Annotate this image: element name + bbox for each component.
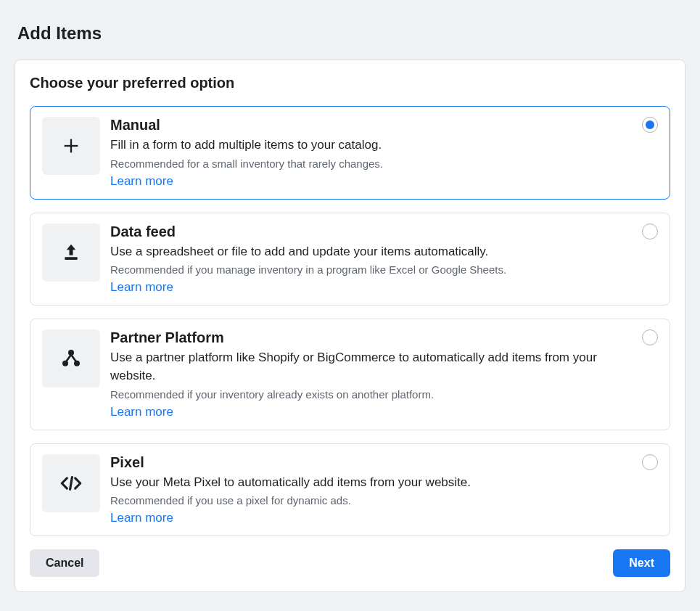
options-subtitle: Choose your preferred option [30, 75, 670, 91]
option-radio[interactable] [642, 117, 658, 133]
next-button[interactable]: Next [613, 549, 670, 577]
learn-more-link[interactable]: Learn more [110, 511, 173, 525]
plus-icon [42, 117, 100, 175]
option-description: Use a spreadsheet or file to add and upd… [110, 243, 629, 261]
option-recommendation: Recommended for a small inventory that r… [110, 157, 629, 170]
learn-more-link[interactable]: Learn more [110, 174, 173, 189]
option-partner-platform[interactable]: Partner Platform Use a partner platform … [30, 319, 670, 430]
svg-line-6 [70, 477, 73, 489]
learn-more-link[interactable]: Learn more [110, 280, 173, 295]
option-title: Data feed [110, 224, 629, 240]
option-pixel[interactable]: Pixel Use your Meta Pixel to automatical… [30, 443, 670, 537]
upload-icon [42, 224, 100, 282]
option-title: Pixel [110, 454, 629, 471]
cancel-button[interactable]: Cancel [30, 549, 99, 577]
svg-rect-2 [65, 257, 78, 260]
option-title: Manual [110, 117, 629, 134]
option-manual[interactable]: Manual Fill in a form to add multiple it… [30, 106, 670, 200]
options-card: Choose your preferred option Manual Fill… [15, 60, 685, 592]
network-icon [42, 329, 100, 387]
footer-actions: Cancel Next [30, 549, 670, 577]
option-content: Manual Fill in a form to add multiple it… [110, 117, 658, 189]
option-recommendation: Recommended if you manage inventory in a… [110, 263, 629, 276]
option-recommendation: Recommended if your inventory already ex… [110, 388, 629, 401]
option-description: Use a partner platform like Shopify or B… [110, 349, 629, 385]
option-content: Pixel Use your Meta Pixel to automatical… [110, 454, 658, 526]
option-data-feed[interactable]: Data feed Use a spreadsheet or file to a… [30, 213, 670, 306]
code-icon [42, 454, 100, 512]
option-title: Partner Platform [110, 329, 629, 346]
option-description: Use your Meta Pixel to automatically add… [110, 474, 629, 492]
option-recommendation: Recommended if you use a pixel for dynam… [110, 494, 629, 507]
option-description: Fill in a form to add multiple items to … [110, 136, 629, 155]
learn-more-link[interactable]: Learn more [110, 405, 173, 419]
option-content: Partner Platform Use a partner platform … [110, 329, 658, 419]
option-content: Data feed Use a spreadsheet or file to a… [110, 224, 658, 295]
option-radio[interactable] [642, 454, 658, 470]
option-radio[interactable] [642, 224, 658, 239]
page-title: Add Items [17, 23, 685, 44]
